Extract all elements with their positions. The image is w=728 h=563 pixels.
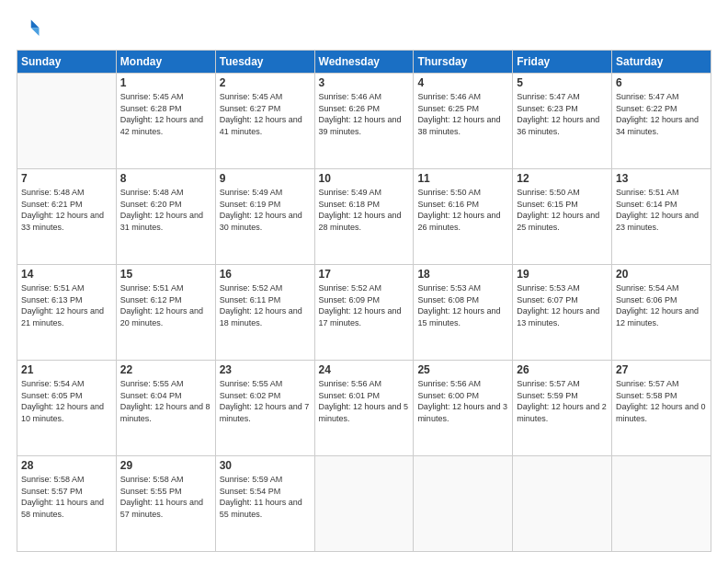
logo	[17, 17, 46, 42]
day-number: 12	[517, 172, 608, 185]
calendar-cell: 2 Sunrise: 5:45 AMSunset: 6:27 PMDayligh…	[215, 74, 314, 169]
day-info: Sunrise: 5:49 AMSunset: 6:19 PMDaylight:…	[220, 187, 311, 233]
day-info: Sunrise: 5:48 AMSunset: 6:20 PMDaylight:…	[120, 187, 211, 233]
calendar-cell: 7 Sunrise: 5:48 AMSunset: 6:21 PMDayligh…	[17, 169, 117, 265]
calendar-cell: 19 Sunrise: 5:53 AMSunset: 6:07 PMDaylig…	[513, 265, 612, 361]
calendar-cell: 16 Sunrise: 5:52 AMSunset: 6:11 PMDaylig…	[215, 265, 314, 361]
day-number: 7	[21, 172, 112, 185]
calendar-cell: 5 Sunrise: 5:47 AMSunset: 6:23 PMDayligh…	[513, 74, 612, 169]
calendar-cell: 13 Sunrise: 5:51 AMSunset: 6:14 PMDaylig…	[612, 169, 711, 265]
day-number: 3	[319, 76, 410, 89]
calendar-cell: 1 Sunrise: 5:45 AMSunset: 6:28 PMDayligh…	[116, 74, 215, 169]
day-number: 23	[220, 363, 311, 376]
calendar-header: SundayMondayTuesdayWednesdayThursdayFrid…	[17, 51, 711, 74]
day-info: Sunrise: 5:57 AMSunset: 5:58 PMDaylight:…	[616, 378, 707, 424]
day-number: 20	[616, 268, 707, 281]
calendar-body: 1 Sunrise: 5:45 AMSunset: 6:28 PMDayligh…	[17, 74, 711, 552]
calendar-week-row: 7 Sunrise: 5:48 AMSunset: 6:21 PMDayligh…	[17, 169, 711, 265]
day-info: Sunrise: 5:50 AMSunset: 6:16 PMDaylight:…	[417, 187, 508, 233]
calendar-cell: 10 Sunrise: 5:49 AMSunset: 6:18 PMDaylig…	[314, 169, 414, 265]
weekday-header: Monday	[116, 51, 215, 74]
day-info: Sunrise: 5:54 AMSunset: 6:05 PMDaylight:…	[21, 378, 112, 424]
day-info: Sunrise: 5:59 AMSunset: 5:54 PMDaylight:…	[220, 474, 311, 520]
calendar-cell: 9 Sunrise: 5:49 AMSunset: 6:19 PMDayligh…	[215, 169, 314, 265]
calendar-cell: 23 Sunrise: 5:55 AMSunset: 6:02 PMDaylig…	[215, 361, 314, 456]
day-info: Sunrise: 5:51 AMSunset: 6:13 PMDaylight:…	[21, 282, 112, 328]
day-info: Sunrise: 5:56 AMSunset: 6:01 PMDaylight:…	[319, 378, 410, 424]
calendar-cell: 21 Sunrise: 5:54 AMSunset: 6:05 PMDaylig…	[17, 361, 117, 456]
calendar-cell: 15 Sunrise: 5:51 AMSunset: 6:12 PMDaylig…	[116, 265, 215, 361]
calendar-week-row: 21 Sunrise: 5:54 AMSunset: 6:05 PMDaylig…	[17, 361, 711, 456]
day-number: 2	[220, 76, 311, 89]
calendar-cell: 28 Sunrise: 5:58 AMSunset: 5:57 PMDaylig…	[17, 456, 117, 552]
page: SundayMondayTuesdayWednesdayThursdayFrid…	[0, 0, 728, 563]
day-number: 13	[616, 172, 707, 185]
weekday-header: Tuesday	[215, 51, 314, 74]
day-number: 5	[517, 76, 608, 89]
day-info: Sunrise: 5:55 AMSunset: 6:02 PMDaylight:…	[220, 378, 311, 424]
calendar-week-row: 14 Sunrise: 5:51 AMSunset: 6:13 PMDaylig…	[17, 265, 711, 361]
calendar-cell: 20 Sunrise: 5:54 AMSunset: 6:06 PMDaylig…	[612, 265, 711, 361]
day-info: Sunrise: 5:51 AMSunset: 6:12 PMDaylight:…	[120, 282, 211, 328]
calendar-cell: 30 Sunrise: 5:59 AMSunset: 5:54 PMDaylig…	[215, 456, 314, 552]
weekday-header: Wednesday	[314, 51, 414, 74]
day-info: Sunrise: 5:55 AMSunset: 6:04 PMDaylight:…	[120, 378, 211, 424]
day-info: Sunrise: 5:49 AMSunset: 6:18 PMDaylight:…	[319, 187, 410, 233]
day-info: Sunrise: 5:52 AMSunset: 6:11 PMDaylight:…	[220, 282, 311, 328]
calendar-cell	[17, 74, 117, 169]
weekday-header: Saturday	[612, 51, 711, 74]
calendar-cell: 6 Sunrise: 5:47 AMSunset: 6:22 PMDayligh…	[612, 74, 711, 169]
day-info: Sunrise: 5:52 AMSunset: 6:09 PMDaylight:…	[319, 282, 410, 328]
day-number: 21	[21, 363, 112, 376]
day-number: 1	[120, 76, 211, 89]
day-info: Sunrise: 5:46 AMSunset: 6:25 PMDaylight:…	[417, 91, 508, 137]
calendar-cell: 14 Sunrise: 5:51 AMSunset: 6:13 PMDaylig…	[17, 265, 117, 361]
day-number: 26	[517, 363, 608, 376]
svg-marker-1	[31, 28, 40, 36]
day-number: 27	[616, 363, 707, 376]
calendar-cell: 4 Sunrise: 5:46 AMSunset: 6:25 PMDayligh…	[414, 74, 513, 169]
day-info: Sunrise: 5:54 AMSunset: 6:06 PMDaylight:…	[616, 282, 707, 328]
day-number: 25	[417, 363, 508, 376]
day-info: Sunrise: 5:47 AMSunset: 6:22 PMDaylight:…	[616, 91, 707, 137]
day-info: Sunrise: 5:53 AMSunset: 6:07 PMDaylight:…	[517, 282, 608, 328]
day-info: Sunrise: 5:45 AMSunset: 6:28 PMDaylight:…	[120, 91, 211, 137]
day-info: Sunrise: 5:58 AMSunset: 5:57 PMDaylight:…	[21, 474, 112, 520]
day-info: Sunrise: 5:50 AMSunset: 6:15 PMDaylight:…	[517, 187, 608, 233]
logo-icon	[17, 17, 42, 42]
calendar-cell: 29 Sunrise: 5:58 AMSunset: 5:55 PMDaylig…	[116, 456, 215, 552]
day-number: 16	[220, 268, 311, 281]
calendar-cell: 27 Sunrise: 5:57 AMSunset: 5:58 PMDaylig…	[612, 361, 711, 456]
calendar-cell: 8 Sunrise: 5:48 AMSunset: 6:20 PMDayligh…	[116, 169, 215, 265]
calendar-cell: 22 Sunrise: 5:55 AMSunset: 6:04 PMDaylig…	[116, 361, 215, 456]
calendar-cell	[414, 456, 513, 552]
calendar-cell: 17 Sunrise: 5:52 AMSunset: 6:09 PMDaylig…	[314, 265, 414, 361]
day-info: Sunrise: 5:58 AMSunset: 5:55 PMDaylight:…	[120, 474, 211, 520]
calendar-cell: 25 Sunrise: 5:56 AMSunset: 6:00 PMDaylig…	[414, 361, 513, 456]
calendar-week-row: 1 Sunrise: 5:45 AMSunset: 6:28 PMDayligh…	[17, 74, 711, 169]
day-number: 6	[616, 76, 707, 89]
day-number: 15	[120, 268, 211, 281]
day-number: 19	[517, 268, 608, 281]
day-info: Sunrise: 5:57 AMSunset: 5:59 PMDaylight:…	[517, 378, 608, 424]
day-info: Sunrise: 5:45 AMSunset: 6:27 PMDaylight:…	[220, 91, 311, 137]
day-number: 22	[120, 363, 211, 376]
weekday-header: Sunday	[17, 51, 117, 74]
day-info: Sunrise: 5:56 AMSunset: 6:00 PMDaylight:…	[417, 378, 508, 424]
header	[17, 17, 711, 42]
calendar-cell	[314, 456, 414, 552]
weekday-row: SundayMondayTuesdayWednesdayThursdayFrid…	[17, 51, 711, 74]
weekday-header: Thursday	[414, 51, 513, 74]
calendar-cell	[513, 456, 612, 552]
day-info: Sunrise: 5:53 AMSunset: 6:08 PMDaylight:…	[417, 282, 508, 328]
day-number: 18	[417, 268, 508, 281]
day-info: Sunrise: 5:51 AMSunset: 6:14 PMDaylight:…	[616, 187, 707, 233]
svg-marker-0	[31, 20, 40, 29]
calendar-cell	[612, 456, 711, 552]
day-number: 10	[319, 172, 410, 185]
day-number: 9	[220, 172, 311, 185]
day-number: 4	[417, 76, 508, 89]
day-number: 28	[21, 459, 112, 472]
day-info: Sunrise: 5:47 AMSunset: 6:23 PMDaylight:…	[517, 91, 608, 137]
calendar-cell: 11 Sunrise: 5:50 AMSunset: 6:16 PMDaylig…	[414, 169, 513, 265]
